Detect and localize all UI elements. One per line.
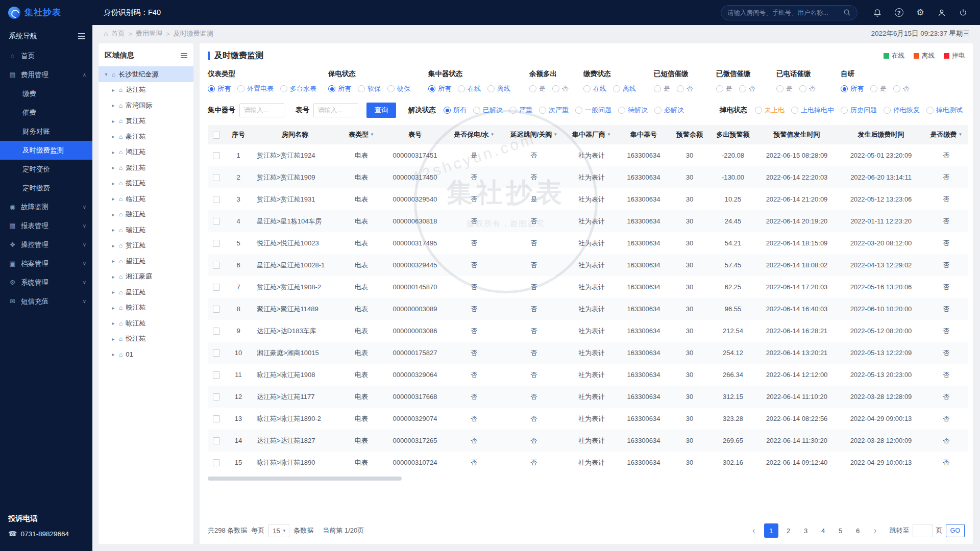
jump-page-input[interactable] bbox=[913, 524, 933, 537]
radio-option[interactable]: 次严重 bbox=[539, 106, 569, 115]
meter-no-input[interactable] bbox=[313, 103, 358, 117]
search-icon[interactable] bbox=[843, 9, 851, 16]
column-header-meter_no[interactable]: 表号 bbox=[384, 125, 446, 144]
sidebar-item[interactable]: ▤费用管理∧ bbox=[0, 65, 92, 84]
radio-option[interactable]: 离线 bbox=[613, 84, 636, 93]
page-button-2[interactable]: 2 bbox=[781, 523, 796, 538]
sidebar-item[interactable]: ▦报表管理∨ bbox=[0, 216, 92, 235]
tree-item[interactable]: ▸⌂01 bbox=[99, 347, 193, 363]
sidebar-item[interactable]: ⚙系统管理∨ bbox=[0, 273, 92, 292]
tree-item[interactable]: ▸⌂达江苑 bbox=[99, 82, 193, 98]
radio-option[interactable]: 软保 bbox=[358, 84, 381, 93]
column-header-protected[interactable]: 是否保电/水▼ bbox=[446, 125, 503, 144]
row-checkbox[interactable] bbox=[213, 415, 220, 422]
radio-option[interactable]: 硬保 bbox=[387, 84, 410, 93]
row-checkbox[interactable] bbox=[213, 196, 220, 203]
radio-option[interactable]: 未上电 bbox=[755, 106, 785, 115]
table-row[interactable]: 14达江苑>达江苑1827电表000000317265否否社为表计1633006… bbox=[208, 430, 968, 452]
sidebar-subitem[interactable]: 催费 bbox=[0, 103, 92, 122]
sidebar-subitem[interactable]: 缴费 bbox=[0, 84, 92, 103]
tree-item[interactable]: ▸⌂望江苑 bbox=[99, 254, 193, 269]
breadcrumb-item[interactable]: 及时缴费监测 bbox=[174, 29, 213, 38]
table-row[interactable]: 5悦江苑>悦江苑10023电表000000317495否否社为表计1633006… bbox=[208, 232, 968, 254]
table-row[interactable]: 6星江苑>星江苑10028-1电表000000329445否否社为表计16330… bbox=[208, 254, 968, 276]
sidebar-item[interactable]: ❖操控管理∨ bbox=[0, 235, 92, 254]
row-checkbox[interactable] bbox=[213, 218, 220, 225]
table-row[interactable]: 12达江苑>达江苑1177电表000000317668否否社为表计1633006… bbox=[208, 386, 968, 408]
query-button[interactable]: 查询 bbox=[366, 103, 396, 118]
page-button-1[interactable]: 1 bbox=[764, 523, 778, 538]
column-header-room[interactable]: 房间名称 bbox=[252, 125, 338, 144]
row-checkbox[interactable] bbox=[213, 306, 220, 313]
radio-option[interactable]: 必解决 bbox=[654, 106, 684, 115]
table-row[interactable]: 15咏江苑>咏江苑1890电表000000310724否否社为表计1633006… bbox=[208, 452, 968, 473]
radio-option[interactable]: 否 bbox=[893, 84, 910, 93]
column-header-index[interactable]: 序号 bbox=[225, 125, 252, 144]
column-header-delay[interactable]: 延迟跳闸/关阀▼ bbox=[503, 125, 565, 144]
radio-option[interactable]: 所有 bbox=[841, 84, 864, 93]
breadcrumb-item[interactable]: 费用管理 bbox=[136, 29, 162, 38]
column-header-meter_type[interactable]: 表类型▼ bbox=[338, 125, 384, 144]
row-checkbox[interactable] bbox=[213, 349, 220, 357]
concentrator-input[interactable] bbox=[239, 103, 284, 117]
radio-option[interactable]: 否 bbox=[552, 84, 569, 93]
radio-option[interactable]: 否 bbox=[677, 84, 693, 93]
radio-option[interactable]: 严重 bbox=[509, 106, 532, 115]
global-search-input[interactable] bbox=[727, 9, 840, 16]
tree-item[interactable]: ▸⌂揽江苑 bbox=[99, 176, 193, 191]
tree-item[interactable]: ▸⌂咏江苑 bbox=[99, 316, 193, 332]
bell-icon[interactable] bbox=[869, 4, 886, 21]
help-icon[interactable]: ? bbox=[890, 4, 908, 21]
table-row[interactable]: 2赏江苑>赏江苑1909电表000000317450否否社为表计16330063… bbox=[208, 166, 968, 188]
radio-option[interactable]: 离线 bbox=[487, 84, 510, 93]
row-checkbox[interactable] bbox=[213, 262, 220, 269]
row-checkbox[interactable] bbox=[213, 152, 220, 159]
tree-item-root[interactable]: ▾⌂长沙世纪金源 bbox=[99, 66, 193, 82]
column-header-over_warn[interactable]: 多出预警额 bbox=[710, 125, 756, 144]
row-checkbox[interactable] bbox=[213, 240, 220, 247]
global-search[interactable] bbox=[721, 5, 857, 20]
row-checkbox[interactable] bbox=[213, 174, 220, 181]
user-icon[interactable] bbox=[933, 4, 950, 21]
radio-option[interactable]: 所有 bbox=[428, 84, 451, 93]
table-row[interactable]: 1赏江苑>赏江苑1924电表000000317451是否社为表计16330063… bbox=[208, 144, 968, 166]
tree-item[interactable]: ▸⌂豪江苑 bbox=[99, 129, 193, 145]
power-icon[interactable] bbox=[954, 4, 972, 21]
table-row[interactable]: 11咏江苑>咏江苑1908电表000000329064否否社为表计1633006… bbox=[208, 364, 968, 386]
menu-collapse-icon[interactable] bbox=[78, 36, 85, 37]
radio-option[interactable]: 所有 bbox=[328, 84, 351, 93]
row-checkbox[interactable] bbox=[213, 371, 220, 379]
per-page-select[interactable]: 15 ▾ bbox=[268, 524, 289, 537]
sidebar-item[interactable]: ⌂首页 bbox=[0, 46, 92, 65]
sidebar-item[interactable]: ✉短信充值∨ bbox=[0, 292, 92, 311]
radio-option[interactable]: 所有 bbox=[208, 84, 231, 93]
column-header-warn_time[interactable]: 预警值发生时间 bbox=[756, 125, 838, 144]
gear-icon[interactable]: ⚙ bbox=[912, 4, 929, 21]
row-checkbox[interactable] bbox=[213, 393, 220, 400]
row-checkbox[interactable] bbox=[213, 437, 220, 444]
radio-option[interactable]: 掉电测试 bbox=[926, 106, 963, 115]
sidebar-item[interactable]: ◉故障监测∨ bbox=[0, 197, 92, 216]
radio-option[interactable]: 所有 bbox=[444, 106, 467, 115]
radio-option[interactable]: 是 bbox=[716, 84, 732, 93]
table-row[interactable]: 7赏江苑>赏江苑1908-2电表000000145870否否社为表计163300… bbox=[208, 276, 968, 298]
radio-option[interactable]: 待解决 bbox=[618, 106, 648, 115]
radio-option[interactable]: 是 bbox=[529, 84, 546, 93]
radio-option[interactable]: 外置电表 bbox=[237, 84, 274, 93]
radio-option[interactable]: 在线 bbox=[458, 84, 481, 93]
column-header-pay_time[interactable]: 发生后缴费时间 bbox=[838, 125, 924, 144]
tree-item[interactable]: ▸⌂悦江苑 bbox=[99, 331, 193, 347]
row-checkbox[interactable] bbox=[213, 459, 220, 466]
radio-option[interactable]: 否 bbox=[739, 84, 755, 93]
tree-item[interactable]: ▸⌂瑞江苑 bbox=[99, 222, 193, 238]
tree-toggle-icon[interactable] bbox=[181, 55, 187, 56]
tree-item[interactable]: ▸⌂映江苑 bbox=[99, 300, 193, 316]
column-header-concentrator[interactable]: 集中器号 bbox=[618, 125, 669, 144]
radio-option[interactable]: 停电恢复 bbox=[884, 106, 920, 115]
sidebar-subitem[interactable]: 定时缴费 bbox=[0, 179, 92, 197]
tree-item[interactable]: ▸⌂星江苑 bbox=[99, 285, 193, 300]
tree-item[interactable]: ▸⌂富湾国际 bbox=[99, 98, 193, 114]
radio-option[interactable]: 否 bbox=[799, 84, 816, 93]
page-button-4[interactable]: 4 bbox=[816, 523, 830, 538]
column-header-vendor[interactable]: 集中器厂商▼ bbox=[565, 125, 618, 144]
